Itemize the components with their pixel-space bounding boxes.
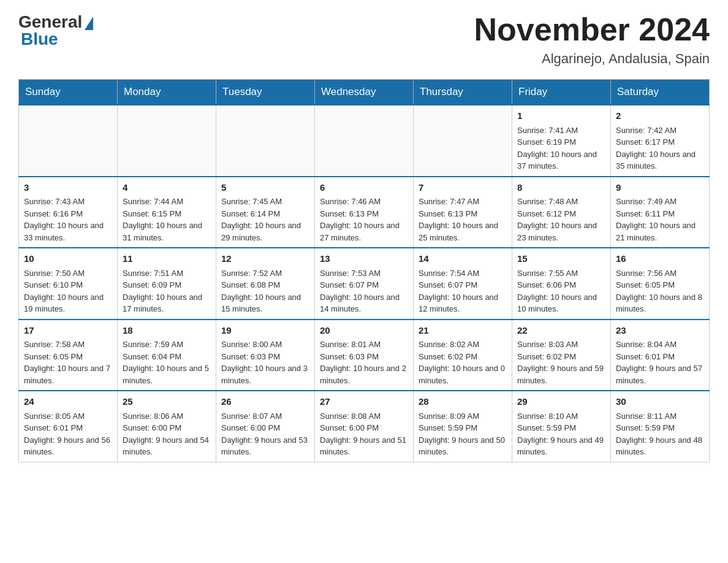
day-info: Sunset: 6:00 PM	[123, 422, 211, 434]
day-number: 15	[517, 252, 605, 266]
day-number: 7	[419, 181, 507, 195]
day-number: 21	[419, 324, 507, 338]
day-info: Sunrise: 8:09 AM	[419, 410, 507, 423]
logo-blue-text: Blue	[18, 29, 58, 49]
day-info: Daylight: 9 hours and 57 minutes.	[616, 362, 704, 386]
calendar-cell: 4Sunrise: 7:44 AMSunset: 6:15 PMDaylight…	[118, 177, 216, 248]
header: General Blue November 2024 Algarinejo, A…	[18, 12, 710, 67]
day-number: 1	[517, 109, 605, 123]
day-info: Sunset: 6:16 PM	[24, 208, 112, 220]
location-title: Algarinejo, Andalusia, Spain	[474, 51, 710, 67]
calendar-cell: 21Sunrise: 8:02 AMSunset: 6:02 PMDayligh…	[414, 320, 512, 391]
day-info: Daylight: 10 hours and 31 minutes.	[123, 220, 211, 243]
day-info: Sunrise: 7:41 AM	[517, 124, 605, 137]
day-number: 11	[123, 252, 211, 266]
day-info: Sunset: 6:11 PM	[616, 208, 704, 220]
calendar-cell: 15Sunrise: 7:55 AMSunset: 6:06 PMDayligh…	[512, 248, 611, 320]
day-info: Sunrise: 7:58 AM	[24, 339, 112, 351]
day-info: Sunrise: 8:07 AM	[221, 410, 309, 423]
day-info: Daylight: 10 hours and 21 minutes.	[616, 220, 704, 243]
day-info: Sunset: 6:07 PM	[320, 279, 408, 291]
day-info: Daylight: 10 hours and 12 minutes.	[419, 291, 507, 315]
day-info: Sunrise: 7:43 AM	[24, 196, 112, 208]
day-info: Daylight: 10 hours and 8 minutes.	[616, 291, 704, 315]
day-number: 18	[123, 324, 211, 338]
calendar-header-tuesday: Tuesday	[216, 80, 315, 105]
day-info: Daylight: 10 hours and 27 minutes.	[320, 220, 408, 243]
day-info: Sunrise: 7:46 AM	[320, 196, 408, 208]
day-info: Daylight: 10 hours and 25 minutes.	[419, 220, 507, 243]
day-number: 30	[616, 395, 704, 409]
calendar-cell: 22Sunrise: 8:03 AMSunset: 6:02 PMDayligh…	[512, 320, 611, 391]
day-info: Sunrise: 7:59 AM	[123, 339, 211, 351]
day-number: 13	[320, 252, 408, 266]
calendar-header-wednesday: Wednesday	[315, 80, 414, 105]
calendar-cell: 18Sunrise: 7:59 AMSunset: 6:04 PMDayligh…	[118, 320, 216, 391]
day-info: Sunrise: 7:50 AM	[24, 267, 112, 280]
calendar-header-thursday: Thursday	[414, 80, 512, 105]
day-info: Daylight: 10 hours and 2 minutes.	[320, 362, 408, 386]
day-number: 23	[616, 324, 704, 338]
calendar-cell: 13Sunrise: 7:53 AMSunset: 6:07 PMDayligh…	[315, 248, 414, 320]
calendar-header-saturday: Saturday	[611, 80, 710, 105]
calendar-cell: 3Sunrise: 7:43 AMSunset: 6:16 PMDaylight…	[19, 177, 118, 248]
day-number: 16	[616, 252, 704, 266]
day-number: 2	[616, 109, 704, 123]
day-info: Daylight: 10 hours and 7 minutes.	[24, 362, 112, 386]
day-info: Sunrise: 8:00 AM	[221, 339, 309, 351]
day-info: Sunrise: 8:02 AM	[419, 339, 507, 351]
day-number: 20	[320, 324, 408, 338]
day-info: Sunrise: 8:01 AM	[320, 339, 408, 351]
day-number: 25	[123, 395, 211, 409]
day-info: Sunrise: 7:45 AM	[221, 196, 309, 208]
calendar-cell: 11Sunrise: 7:51 AMSunset: 6:09 PMDayligh…	[118, 248, 216, 320]
day-info: Daylight: 9 hours and 56 minutes.	[24, 434, 112, 458]
day-info: Sunset: 6:13 PM	[419, 208, 507, 220]
day-info: Sunset: 5:59 PM	[616, 422, 704, 434]
day-number: 3	[24, 181, 112, 195]
calendar-cell: 24Sunrise: 8:05 AMSunset: 6:01 PMDayligh…	[19, 391, 118, 462]
day-info: Sunset: 6:17 PM	[616, 136, 704, 148]
logo-triangle-icon	[85, 17, 93, 30]
calendar-cell: 26Sunrise: 8:07 AMSunset: 6:00 PMDayligh…	[216, 391, 315, 462]
day-info: Sunset: 6:01 PM	[24, 422, 112, 434]
calendar-cell: 9Sunrise: 7:49 AMSunset: 6:11 PMDaylight…	[611, 177, 710, 248]
day-info: Sunset: 6:14 PM	[221, 208, 309, 220]
day-info: Sunset: 6:02 PM	[419, 351, 507, 363]
calendar-cell: 1Sunrise: 7:41 AMSunset: 6:19 PMDaylight…	[512, 105, 611, 177]
day-info: Sunset: 6:06 PM	[517, 279, 605, 291]
day-info: Daylight: 9 hours and 49 minutes.	[517, 434, 605, 458]
day-info: Daylight: 10 hours and 33 minutes.	[24, 220, 112, 243]
day-info: Sunset: 6:13 PM	[320, 208, 408, 220]
day-info: Sunrise: 8:04 AM	[616, 339, 704, 351]
day-number: 26	[221, 395, 309, 409]
day-number: 17	[24, 324, 112, 338]
day-number: 22	[517, 324, 605, 338]
calendar-cell: 12Sunrise: 7:52 AMSunset: 6:08 PMDayligh…	[216, 248, 315, 320]
day-info: Sunset: 5:59 PM	[419, 422, 507, 434]
day-info: Sunrise: 7:56 AM	[616, 267, 704, 280]
calendar-cell: 17Sunrise: 7:58 AMSunset: 6:05 PMDayligh…	[19, 320, 118, 391]
calendar-header-monday: Monday	[118, 80, 216, 105]
calendar-cell	[414, 105, 512, 177]
day-info: Sunrise: 8:08 AM	[320, 410, 408, 423]
day-info: Sunrise: 8:10 AM	[517, 410, 605, 423]
day-info: Daylight: 10 hours and 35 minutes.	[616, 148, 704, 172]
day-info: Sunset: 6:05 PM	[24, 351, 112, 363]
day-info: Daylight: 10 hours and 23 minutes.	[517, 220, 605, 243]
day-info: Sunrise: 7:51 AM	[123, 267, 211, 280]
calendar-cell: 27Sunrise: 8:08 AMSunset: 6:00 PMDayligh…	[315, 391, 414, 462]
day-info: Sunset: 6:12 PM	[517, 208, 605, 220]
day-info: Sunrise: 8:05 AM	[24, 410, 112, 423]
day-info: Sunrise: 7:42 AM	[616, 124, 704, 137]
day-info: Daylight: 9 hours and 51 minutes.	[320, 434, 408, 458]
day-info: Sunrise: 7:52 AM	[221, 267, 309, 280]
day-info: Daylight: 10 hours and 0 minutes.	[419, 362, 507, 386]
day-number: 4	[123, 181, 211, 195]
day-info: Sunset: 6:04 PM	[123, 351, 211, 363]
day-info: Sunset: 6:02 PM	[517, 351, 605, 363]
day-number: 28	[419, 395, 507, 409]
day-number: 9	[616, 181, 704, 195]
title-area: November 2024 Algarinejo, Andalusia, Spa…	[474, 12, 710, 67]
day-info: Sunset: 6:09 PM	[123, 279, 211, 291]
